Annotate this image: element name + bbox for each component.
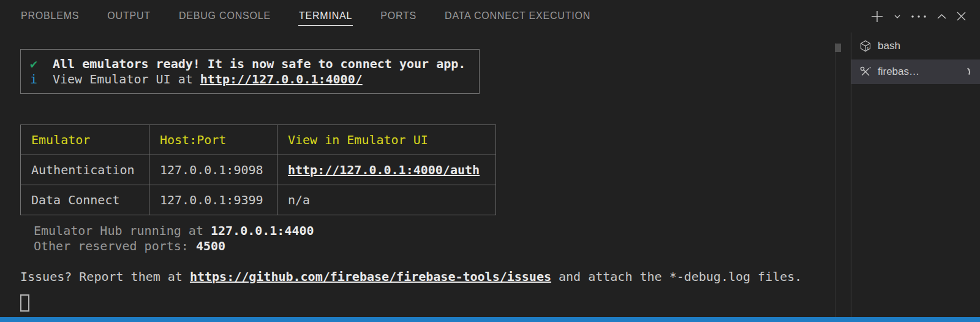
hub-info: Emulator Hub running at 127.0.0.1:4400 O… [34,223,829,253]
terminal-tab-firebase[interactable]: firebas… [851,59,980,84]
panel-actions [870,0,967,33]
table-header-row: Emulator Host:Port View in Emulator UI [21,125,496,155]
tab-output[interactable]: OUTPUT [107,7,151,26]
tab-problems[interactable]: PROBLEMS [20,7,80,26]
loading-spinner-icon [959,66,971,78]
reserved-ports-line: Other reserved ports: 4500 [34,239,829,254]
terminal-output: ✔All emulators ready! It is now safe to … [20,49,829,312]
new-terminal-button[interactable] [870,9,884,24]
emulators-ready-box: ✔All emulators ready! It is now safe to … [20,49,480,94]
emulators-table: Emulator Host:Port View in Emulator UI A… [20,125,496,215]
issues-prefix: Issues? Report them at [20,269,190,284]
issues-line: Issues? Report them at https://github.co… [20,269,829,285]
ports-prefix: Other reserved ports: [34,239,196,253]
tab-terminal[interactable]: TERMINAL [298,7,353,26]
host-port-cell: 127.0.0.1:9399 [149,185,277,215]
emulator-name-cell: Authentication [21,155,149,185]
terminal-tab-label: firebas… [878,66,919,78]
launch-profile-chevron-down-icon[interactable] [894,13,901,20]
tab-ports[interactable]: PORTS [380,7,417,26]
terminal-tab-bash[interactable]: $ bash [851,34,980,58]
info-icon: i [30,72,53,87]
svg-text:$: $ [867,47,869,50]
terminal-scrollbar-thumb[interactable] [835,44,841,52]
panel-bottom-accent-bar [0,317,980,322]
tab-debug-console[interactable]: DEBUG CONSOLE [178,7,271,26]
hub-prefix: Emulator Hub running at [34,223,211,238]
overview-ruler-line [835,43,835,317]
emulator-ui-link[interactable]: http://127.0.0.1:4000/ [200,72,363,86]
col-header-view-ui: View in Emulator UI [277,125,496,155]
auth-emulator-ui-link[interactable]: http://127.0.0.1:4000/auth [288,163,480,177]
col-header-emulator: Emulator [21,125,149,155]
tab-data-connect-execution[interactable]: DATA CONNECT EXECUTION [444,7,591,26]
panel-tabbar: PROBLEMS OUTPUT DEBUG CONSOLE TERMINAL P… [0,0,980,33]
close-panel-icon[interactable] [956,11,967,21]
table-row: Authentication 127.0.0.1:9098 http://127… [21,155,496,185]
host-port-cell: 127.0.0.1:9098 [149,155,277,185]
emulator-ui-line: iView Emulator UI at http://127.0.0.1:40… [30,72,466,87]
hub-address: 127.0.0.1:4400 [211,223,314,238]
issues-suffix: and attach the *-debug.log files. [551,269,802,284]
view-ui-cell: n/a [277,185,496,215]
col-header-host-port: Host:Port [149,125,277,155]
emulator-name-cell: Data Connect [21,185,149,215]
more-actions-ellipsis-icon[interactable] [910,14,927,19]
success-check-icon: ✔ [30,56,53,72]
maximize-panel-chevron-up-icon[interactable] [937,13,947,20]
terminal-tabs-list: $ bash firebas… [851,34,980,85]
table-row: Data Connect 127.0.0.1:9399 n/a [21,185,496,215]
terminal-cursor [20,294,29,312]
ready-line: ✔All emulators ready! It is now safe to … [30,56,466,72]
reserved-ports-value: 4500 [196,239,225,253]
view-ui-prefix: View Emulator UI at [53,72,200,86]
terminal-bash-icon: $ [859,39,872,53]
tools-icon [859,65,872,79]
hub-line: Emulator Hub running at 127.0.0.1:4400 [34,223,829,239]
ready-message: All emulators ready! It is now safe to c… [53,56,466,71]
issues-github-link[interactable]: https://github.com/firebase/firebase-too… [190,269,551,284]
terminal-tab-label: bash [878,40,900,52]
